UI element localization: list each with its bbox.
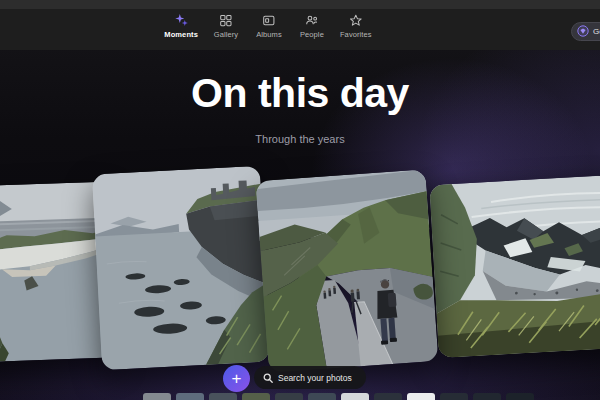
main-nav: Moments Gallery (164, 13, 371, 39)
tab-albums[interactable]: Albums (254, 13, 284, 39)
tab-label-moments: Moments (164, 30, 198, 39)
filmstrip-thumb[interactable] (440, 393, 468, 400)
grid-icon (219, 13, 232, 27)
people-icon (305, 13, 318, 27)
photo-card[interactable] (429, 175, 600, 358)
page-subtitle: Through the years (0, 133, 600, 145)
photos-app-window: Moments Gallery (0, 0, 600, 400)
tab-people[interactable]: People (297, 13, 327, 39)
add-button[interactable]: + (223, 365, 250, 392)
tab-moments[interactable]: Moments (164, 13, 198, 39)
plus-icon: + (232, 370, 242, 387)
window-top-strip (0, 0, 600, 9)
search-placeholder: Search your photos (278, 373, 352, 383)
page-title: On this day (0, 70, 600, 117)
filmstrip-thumb[interactable] (275, 393, 303, 400)
top-bar: Moments Gallery (0, 0, 600, 50)
filmstrip-thumb[interactable] (341, 393, 369, 400)
tab-label-albums: Albums (256, 30, 282, 39)
photo-card[interactable] (92, 166, 270, 371)
filmstrip-thumb[interactable] (374, 393, 402, 400)
magnifier-icon (263, 369, 273, 387)
star-icon (349, 13, 362, 27)
gem-icon (577, 25, 589, 39)
filmstrip-thumb[interactable] (308, 393, 336, 400)
filmstrip-thumb[interactable] (176, 393, 204, 400)
tab-label-gallery: Gallery (214, 30, 238, 39)
filmstrip-thumb[interactable] (143, 393, 171, 400)
tab-label-people: People (300, 30, 324, 39)
search-box[interactable]: Search your photos (254, 366, 366, 389)
sparkle-icon (174, 13, 188, 27)
filmstrip-thumb[interactable] (407, 393, 435, 400)
filmstrip-thumb[interactable] (242, 393, 270, 400)
filmstrip-thumb[interactable] (209, 393, 237, 400)
filmstrip-thumb[interactable] (506, 393, 534, 400)
album-icon (262, 13, 275, 27)
tab-label-favorites: Favorites (340, 30, 372, 39)
filmstrip (143, 393, 534, 400)
tab-favorites[interactable]: Favorites (340, 13, 372, 39)
tab-gallery[interactable]: Gallery (211, 13, 241, 39)
get-button-label: Get (593, 27, 600, 36)
get-button[interactable]: Get (571, 22, 600, 41)
filmstrip-thumb[interactable] (473, 393, 501, 400)
photo-card[interactable] (256, 169, 439, 372)
